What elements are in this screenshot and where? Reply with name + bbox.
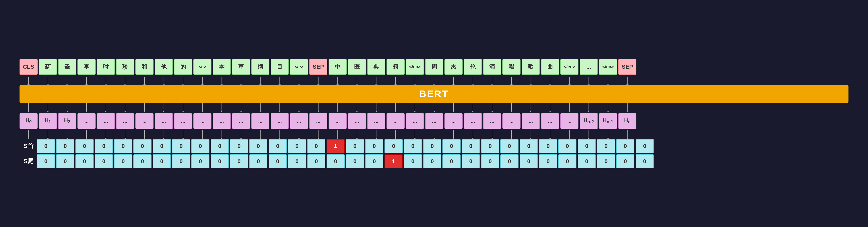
conn-bot-6: [135, 103, 154, 111]
token-24: 演: [483, 59, 501, 75]
conn-top-9: [193, 77, 212, 85]
token-29: ...: [580, 59, 598, 75]
h-box-20: ...: [406, 113, 424, 129]
s-end-cell-23: 0: [481, 154, 499, 168]
conn-top-5: [116, 77, 134, 85]
h-row: H0H1H2..................................…: [20, 113, 848, 129]
s-end-cell-28: 0: [578, 154, 596, 168]
conn-top-21: [425, 77, 443, 85]
conn-bot-31: [618, 103, 637, 111]
token-row: CLS药圣李时珍和他的<e>本草纲目</e>SEP中医典籍</ec>周杰伦演唱歌…: [20, 59, 848, 75]
arrow-out-24: [483, 130, 501, 138]
conn-top-7: [155, 77, 173, 85]
h-box-8: ...: [174, 113, 192, 129]
conn-bot-17: [348, 103, 366, 111]
s-end-cell-14: 0: [307, 154, 326, 168]
conn-bot-30: [599, 103, 617, 111]
token-18: 典: [367, 59, 385, 75]
s-end-cell-13: 0: [288, 154, 306, 168]
s-start-cell-29: 0: [597, 139, 615, 153]
token-26: 歌: [522, 59, 540, 75]
token-10: 本: [213, 59, 231, 75]
h-box-30: Hn-1: [599, 113, 617, 129]
arrow-out-6: [135, 130, 154, 138]
h-box-29: Hn-2: [580, 113, 598, 129]
h-box-3: ...: [78, 113, 96, 129]
arrow-out-26: [522, 130, 540, 138]
arrow-out-31: [618, 130, 637, 138]
conn-bot-4: [97, 103, 115, 111]
token-11: 草: [232, 59, 250, 75]
token-0: CLS: [20, 59, 38, 75]
s-end-cell-18: 1: [384, 154, 403, 168]
output-row-start: S首 00000000000000010000000000000000: [20, 139, 848, 153]
s-end-cell-26: 0: [539, 154, 557, 168]
s-end-cell-10: 0: [230, 154, 248, 168]
s-start-cell-9: 0: [211, 139, 229, 153]
s-start-cell-12: 0: [269, 139, 287, 153]
s-end-cell-31: 0: [636, 154, 654, 168]
arrow-out-19: [386, 130, 405, 138]
s-end-cell-17: 0: [365, 154, 383, 168]
s-start-cell-8: 0: [191, 139, 210, 153]
connector-row-top: [20, 77, 848, 85]
s-start-cell-15: 1: [327, 139, 345, 153]
s-start-cell-25: 0: [520, 139, 538, 153]
connector-row-bottom: [20, 103, 848, 111]
arrow-out-4: [97, 130, 115, 138]
conn-bot-2: [58, 103, 76, 111]
conn-top-27: [541, 77, 559, 85]
h-box-27: ...: [541, 113, 559, 129]
h-box-25: ...: [502, 113, 521, 129]
token-27: 曲: [541, 59, 559, 75]
s-start-cell-23: 0: [481, 139, 499, 153]
conn-bot-18: [367, 103, 385, 111]
token-4: 时: [97, 59, 115, 75]
conn-top-10: [213, 77, 231, 85]
conn-top-29: [580, 77, 598, 85]
h-box-9: ...: [193, 113, 212, 129]
token-16: 中: [329, 59, 347, 75]
s-start-cell-30: 0: [616, 139, 634, 153]
conn-bot-23: [464, 103, 482, 111]
conn-top-11: [232, 77, 250, 85]
s-start-cell-13: 0: [288, 139, 306, 153]
s-end-label: S尾: [20, 157, 36, 165]
s-start-cell-22: 0: [462, 139, 480, 153]
s-end-cell-3: 0: [95, 154, 113, 168]
arrow-out-9: [193, 130, 212, 138]
s-end-cell-8: 0: [191, 154, 210, 168]
token-31: SEP: [618, 59, 637, 75]
h-box-1: H1: [39, 113, 57, 129]
arrow-out-25: [502, 130, 521, 138]
conn-top-2: [58, 77, 76, 85]
arrow-out-8: [174, 130, 192, 138]
s-start-cell-2: 0: [75, 139, 94, 153]
arrow-out-17: [348, 130, 366, 138]
conn-bot-10: [213, 103, 231, 111]
conn-bot-20: [406, 103, 424, 111]
s-start-cell-4: 0: [114, 139, 132, 153]
conn-bot-21: [425, 103, 443, 111]
h-box-24: ...: [483, 113, 501, 129]
arrow-out-30: [599, 130, 617, 138]
h-box-17: ...: [348, 113, 366, 129]
conn-top-14: [290, 77, 308, 85]
arrow-out-22: [444, 130, 463, 138]
s-start-cell-11: 0: [249, 139, 268, 153]
token-14: </e>: [290, 59, 308, 75]
token-8: 的: [174, 59, 192, 75]
token-21: 周: [425, 59, 443, 75]
token-20: </ec>: [406, 59, 424, 75]
arrow-out-7: [155, 130, 173, 138]
s-end-cell-20: 0: [423, 154, 441, 168]
arrow-out-23: [464, 130, 482, 138]
conn-top-4: [97, 77, 115, 85]
arrow-out-3: [78, 130, 96, 138]
h-box-2: H2: [58, 113, 76, 129]
s-start-cell-18: 0: [384, 139, 403, 153]
s-end-cell-27: 0: [558, 154, 577, 168]
conn-bot-15: [309, 103, 328, 111]
output-section: S首 00000000000000010000000000000000 S尾 0…: [20, 139, 848, 168]
conn-bot-7: [155, 103, 173, 111]
